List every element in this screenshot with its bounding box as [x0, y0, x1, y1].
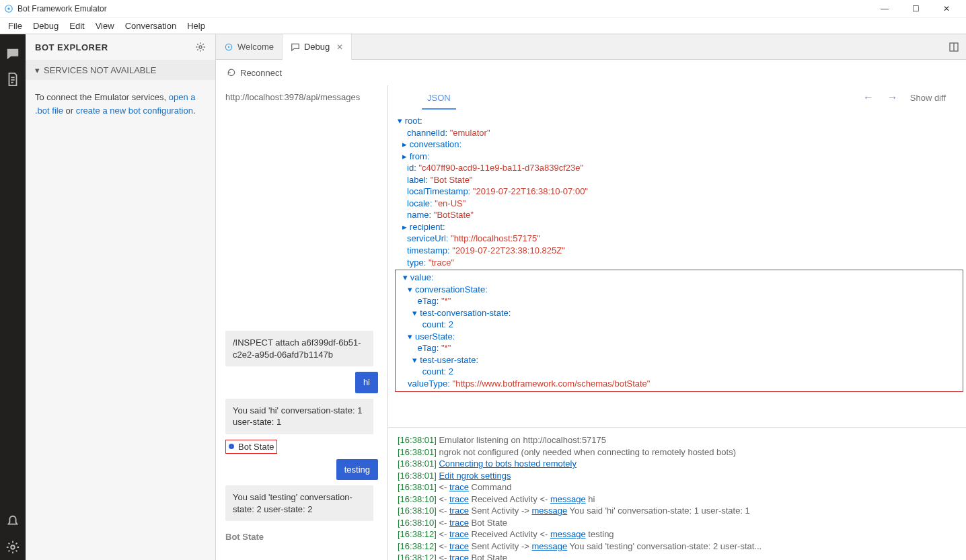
titlebar: Bot Framework Emulator — ☐ ✕	[0, 0, 966, 18]
log-link[interactable]: Connecting to bots hosted remotely	[439, 458, 577, 469]
bot-state-marker[interactable]: Bot State	[225, 440, 277, 454]
menu-conversation[interactable]: Conversation	[120, 19, 182, 32]
toolbar: Reconnect	[216, 60, 966, 85]
bot-state-label: Bot State	[225, 532, 378, 542]
tab-welcome[interactable]: Welcome	[216, 34, 283, 60]
activity-rail	[0, 34, 26, 560]
prev-arrow-icon[interactable]: ←	[856, 91, 881, 104]
create-bot-config-link[interactable]: create a new bot configuration	[76, 106, 193, 116]
svg-point-2	[11, 545, 15, 549]
chat-icon[interactable]	[5, 46, 20, 61]
tab-debug[interactable]: Debug ✕	[283, 34, 352, 60]
log-panel: [16:38:01] Emulator listening on http://…	[388, 427, 966, 560]
app-title: Bot Framework Emulator	[17, 4, 107, 13]
maximize-button[interactable]: ☐	[900, 0, 931, 18]
explorer-section-header[interactable]: ▾ SERVICES NOT AVAILABLE	[26, 60, 215, 80]
menu-debug[interactable]: Debug	[28, 19, 64, 32]
trace-link[interactable]: trace	[449, 529, 469, 539]
menu-edit[interactable]: Edit	[64, 19, 89, 32]
show-diff-button[interactable]: Show diff	[910, 93, 946, 103]
dot-icon	[229, 444, 234, 449]
explorer: BOT EXPLORER ▾ SERVICES NOT AVAILABLE To…	[26, 34, 215, 560]
menu-file[interactable]: File	[3, 19, 28, 32]
user-message[interactable]: hi	[355, 372, 378, 393]
message-link[interactable]: message	[531, 541, 567, 551]
settings-icon[interactable]	[5, 540, 20, 555]
svg-point-3	[199, 46, 202, 48]
json-tab[interactable]: JSON	[422, 93, 456, 110]
explorer-heading: BOT EXPLORER	[35, 42, 108, 52]
log-link[interactable]: Edit ngrok settings	[439, 471, 511, 481]
menu-view[interactable]: View	[90, 19, 120, 32]
svg-point-5	[228, 46, 229, 47]
menu-help[interactable]: Help	[182, 19, 211, 32]
bot-message[interactable]: /INSPECT attach a6f399df-6b51-c2e2-a95d-…	[225, 331, 373, 366]
trace-link[interactable]: trace	[449, 553, 469, 560]
explorer-body: To connect the Emulator services, open a…	[26, 80, 215, 128]
trace-link[interactable]: trace	[449, 482, 469, 492]
menubar: File Debug Edit View Conversation Help	[0, 18, 966, 34]
message-link[interactable]: message	[550, 529, 586, 539]
endpoint-url: http://localhost:3978/api/messages	[225, 92, 378, 102]
close-tab-icon[interactable]: ✕	[336, 42, 343, 52]
panel-layout-icon[interactable]	[949, 42, 959, 52]
bot-message[interactable]: You said 'hi' conversation-state: 1 user…	[225, 399, 373, 434]
trace-link[interactable]: trace	[449, 494, 469, 504]
svg-point-1	[7, 7, 10, 10]
reconnect-icon	[227, 68, 236, 77]
trace-link[interactable]: trace	[449, 541, 469, 551]
close-button[interactable]: ✕	[931, 0, 962, 18]
chat-panel: http://localhost:3978/api/messages /INSP…	[216, 85, 388, 560]
app-logo-icon	[4, 4, 13, 13]
trace-link[interactable]: trace	[449, 518, 469, 528]
welcome-icon	[224, 42, 233, 52]
tabs: Welcome Debug ✕	[216, 34, 966, 60]
next-arrow-icon[interactable]: →	[881, 91, 905, 104]
editor: Welcome Debug ✕ Reconnect http://localho…	[215, 34, 966, 560]
gear-icon[interactable]	[195, 42, 206, 52]
document-icon[interactable]	[5, 72, 20, 87]
minimize-button[interactable]: —	[869, 0, 900, 18]
json-tree: ▾root: channelId: "emulator" ▸conversati…	[388, 110, 966, 427]
chevron-down-icon: ▾	[35, 65, 40, 75]
inspector-panel: JSON ← → Show diff ▾root: channelId: "em…	[388, 85, 966, 560]
trace-link[interactable]: trace	[449, 506, 469, 516]
bot-message[interactable]: You said 'testing' conversation-state: 2…	[225, 485, 373, 521]
chat-bubble-icon	[291, 42, 300, 52]
message-link[interactable]: message	[550, 494, 586, 504]
reconnect-button[interactable]: Reconnect	[240, 68, 282, 78]
bell-icon[interactable]	[5, 514, 20, 529]
user-message[interactable]: testing	[336, 459, 378, 481]
message-link[interactable]: message	[531, 506, 567, 516]
